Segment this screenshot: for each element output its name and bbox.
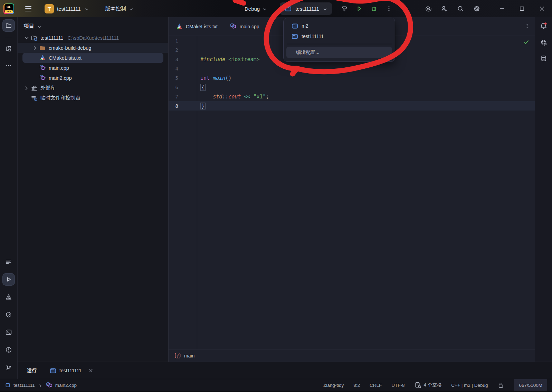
library-icon — [31, 85, 38, 92]
add-user-icon[interactable] — [441, 5, 448, 12]
git-tool-button[interactable] — [2, 361, 15, 374]
project-tool-button[interactable] — [2, 19, 15, 32]
close-icon[interactable] — [87, 367, 94, 374]
services-tool-button[interactable] — [2, 308, 15, 321]
tree-item-label: 外部库 — [40, 85, 56, 91]
breadcrumb-function[interactable]: main — [184, 353, 194, 358]
tree-item[interactable]: 临时文件和控制台 — [18, 93, 168, 103]
svg-text:f: f — [177, 354, 179, 358]
line-number: 5 — [169, 75, 178, 81]
app-window-icon — [50, 367, 56, 374]
settings-icon[interactable] — [473, 5, 480, 12]
maximize-button[interactable] — [512, 0, 532, 17]
status-item[interactable]: 4 个空格 — [415, 382, 442, 389]
code-text: std::cout << "x1"; — [197, 94, 269, 100]
tree-item-path: C:\sbDaXue\test111111 — [67, 35, 119, 41]
chevron-down-icon — [262, 6, 267, 11]
run-tool-button[interactable] — [2, 273, 15, 286]
vcs-widget[interactable]: 版本控制 — [105, 6, 134, 12]
tree-item[interactable]: test111111C:\sbDaXue\test111111 — [18, 33, 168, 43]
more-tools-button[interactable] — [2, 59, 15, 72]
lock-open-icon — [497, 382, 504, 389]
project-name: test111111 — [57, 6, 81, 12]
run-config-option[interactable]: m2 — [284, 21, 395, 31]
minimize-button[interactable] — [492, 0, 512, 17]
cmake-color-icon — [176, 23, 183, 30]
run-tab-label: test111111 — [59, 368, 82, 373]
line-number: 4 — [169, 66, 178, 71]
terminal-tool-button[interactable] — [2, 326, 15, 338]
code-line[interactable]: 7 std::cout << "x1"; — [169, 92, 535, 101]
cpp-file-icon — [230, 23, 237, 30]
chevron-down-icon — [84, 6, 89, 11]
dropdown-separator — [287, 44, 392, 44]
search-icon[interactable] — [457, 5, 464, 12]
status-item[interactable]: .clang-tidy — [323, 383, 344, 388]
build-hammer-icon[interactable] — [340, 4, 349, 13]
cpp-file-icon — [39, 65, 46, 71]
status-item-label: 8:2 — [353, 383, 360, 388]
code-text: int main() — [197, 75, 231, 81]
chevron-right-icon[interactable] — [31, 45, 39, 51]
editor-tab[interactable]: CMakeLists.txt — [170, 17, 224, 36]
ai-assistant-icon[interactable] — [540, 39, 547, 46]
line-number: 8 — [169, 103, 178, 109]
build-type-selector[interactable]: Debug — [242, 4, 270, 14]
cpp-file-icon — [46, 382, 53, 389]
tree-item[interactable]: 外部库 — [18, 83, 168, 93]
project-square-icon — [5, 382, 11, 388]
run-config-option-label: m2 — [302, 23, 308, 29]
run-config-dropdown: m2test111111 编辑配置... — [283, 18, 395, 62]
tree-item[interactable]: main.cpp — [18, 63, 168, 73]
status-item[interactable]: C++ | m2 | Debug — [451, 383, 488, 388]
tab-options-kebab-icon[interactable] — [524, 23, 530, 29]
main-menu-button[interactable] — [22, 2, 35, 15]
status-item[interactable]: 667/5100M — [514, 379, 547, 391]
status-item[interactable]: CRLF — [370, 383, 382, 388]
status-project[interactable]: test111111 — [13, 383, 35, 388]
run-panel-tab[interactable]: test111111 — [50, 367, 94, 374]
code-line[interactable]: 6{ — [169, 83, 535, 92]
run-panel-title: 运行 — [27, 367, 37, 374]
run-config-selector[interactable]: test111111 — [280, 2, 332, 15]
tree-item[interactable]: CMakeLists.txt — [22, 53, 163, 63]
status-item-label: 667/5100M — [519, 383, 542, 388]
tab-label: main.cpp — [240, 24, 259, 29]
status-bar: test111111 main2.cpp .clang-tidy8:2CRLFU… — [0, 379, 552, 391]
left-tool-strip — [0, 17, 18, 379]
ai-spiral-icon[interactable] — [425, 5, 431, 12]
close-button[interactable] — [532, 0, 552, 17]
edit-configurations-item[interactable]: 编辑配置... — [286, 47, 392, 58]
notifications-bell-icon[interactable] — [540, 22, 548, 30]
editor-tab[interactable]: main.cpp — [224, 17, 266, 36]
status-item-label: CRLF — [370, 383, 382, 388]
run-config-option[interactable]: test111111 — [284, 31, 395, 41]
code-line[interactable]: 4 — [169, 64, 535, 73]
status-item[interactable]: UTF-8 — [391, 383, 405, 388]
notifications-list-button[interactable] — [2, 256, 15, 268]
status-file[interactable]: main2.cpp — [55, 383, 77, 388]
run-play-icon[interactable] — [355, 4, 363, 13]
project-panel-header[interactable]: 项目 — [18, 17, 168, 33]
tree-item[interactable]: main2.cpp — [18, 73, 168, 83]
tree-item-label: main2.cpp — [49, 75, 72, 81]
status-item[interactable]: 8:2 — [353, 383, 360, 388]
status-item[interactable] — [497, 382, 504, 389]
chevron-right-icon[interactable] — [22, 85, 31, 92]
structure-tool-button[interactable] — [2, 42, 15, 55]
more-kebab-icon[interactable] — [385, 4, 393, 13]
tree-item-label: CMakeLists.txt — [49, 55, 82, 61]
cmake-tool-button[interactable] — [2, 291, 15, 303]
problems-tool-button[interactable] — [2, 344, 15, 356]
project-widget[interactable]: T test111111 — [45, 4, 89, 13]
cmake-color-icon — [39, 55, 46, 61]
tree-item[interactable]: cmake-build-debug — [18, 43, 168, 53]
database-icon[interactable] — [540, 55, 547, 62]
app-window-icon — [292, 23, 298, 29]
cpp-file-icon — [39, 75, 46, 81]
code-editor[interactable]: 123#include <iostream>45int main()6{7 st… — [169, 36, 535, 350]
code-line[interactable]: 8} — [169, 101, 535, 111]
chevron-down-icon[interactable] — [22, 35, 31, 41]
code-line[interactable]: 5int main() — [169, 73, 535, 83]
debug-bug-icon[interactable] — [370, 4, 378, 13]
